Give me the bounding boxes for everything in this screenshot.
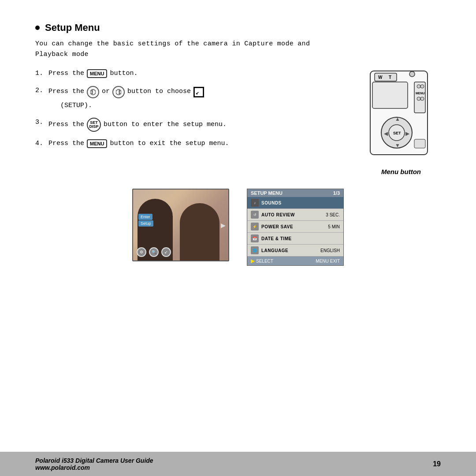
exit-label: EXIT: [330, 259, 340, 264]
power-save-label: POWER SAVE: [261, 224, 325, 229]
page: Setup Menu You can change the basic sett…: [0, 0, 476, 476]
step-3-pre: Press the: [48, 120, 84, 130]
menu-footer: ▶ SELECT MENU EXIT: [247, 257, 343, 265]
step-3: 3. Press the SETDISP button to enter the…: [35, 118, 353, 132]
step-3-num: 3.: [35, 118, 48, 128]
auto-review-label: AUTO REVIEW: [261, 212, 323, 217]
section-title: Setup Menu: [35, 22, 441, 33]
menu-button-label: Menu button: [381, 168, 421, 175]
svg-point-0: [90, 89, 96, 95]
footer-title-line1: Polaroid i533 Digital Camera User Guide: [35, 457, 153, 464]
step-2-pre: Press the: [48, 87, 84, 97]
nav-left-button: [87, 86, 99, 98]
camera-illustration: W T MENU SET ▲: [366, 64, 436, 166]
svg-point-23: [409, 71, 415, 77]
footer-select: ▶ SELECT: [251, 258, 273, 264]
svg-text:W: W: [378, 75, 383, 80]
step-2: 2. Press the or button to choose: [35, 86, 353, 111]
step-4-post: button to exit the setup menu.: [110, 139, 229, 149]
screen-overlay: Enter Setup ⚙ 🔍 ↙ ▶: [133, 190, 228, 260]
step-1-num: 1.: [35, 69, 48, 79]
svg-text:↙: ↙: [196, 89, 199, 96]
menu-page: 1/3: [333, 190, 340, 196]
enter-label: Enter: [138, 214, 152, 220]
footer-page-number: 19: [433, 460, 441, 468]
screen-icon-setup: ↙: [161, 247, 171, 257]
step-1-pre: Press the: [48, 69, 84, 79]
screen-icon-search: 🔍: [149, 247, 159, 257]
step-4-content: Press the MENU button to exit the setup …: [48, 139, 229, 149]
exit-menu-label: MENU: [316, 259, 328, 264]
svg-text:MENU: MENU: [416, 92, 425, 95]
instructions: 1. Press the MENU button. 2. Press the o…: [35, 69, 353, 175]
camera-diagram: W T MENU SET ▲: [361, 64, 441, 175]
menu-row-auto-review: ↺ AUTO REVIEW 3 SEC.: [247, 209, 343, 221]
step-2-content: Press the or button to choose: [48, 86, 252, 111]
menu-row-language: 🌐 LANGUAGE ENGLISH: [247, 245, 343, 257]
screen-arrow-right-icon: ▶: [221, 222, 226, 229]
step-2-num: 2.: [35, 86, 48, 96]
svg-point-10: [417, 85, 420, 88]
svg-text:T: T: [389, 75, 391, 80]
setup-menu-screen: SETUP MENU 1/3 ♪ SOUNDS ↺ AUTO REVIEW 3 …: [247, 189, 344, 266]
main-content: 1. Press the MENU button. 2. Press the o…: [35, 69, 441, 175]
step-3-post: button to enter the setup menu.: [104, 120, 227, 130]
page-footer: Polaroid i533 Digital Camera User Guide …: [0, 452, 476, 476]
menu-button-icon-2: MENU: [87, 139, 107, 148]
intro-text: You can change the basic settings of the…: [35, 39, 441, 60]
intro-line2: Playback mode: [35, 51, 89, 58]
menu-button-icon: MENU: [87, 69, 107, 78]
select-label: SELECT: [256, 259, 273, 264]
select-arrow-icon: ▶: [251, 258, 255, 264]
power-save-value: 5 MIN: [328, 224, 340, 229]
step-2-or: or: [102, 87, 110, 97]
power-save-icon: ⚡: [251, 223, 259, 231]
step-4-pre: Press the: [48, 139, 84, 149]
date-time-icon: 📅: [251, 234, 259, 242]
svg-rect-22: [372, 82, 408, 108]
language-label: LANGUAGE: [261, 248, 318, 253]
step-1-post: button.: [110, 69, 138, 79]
screen-icon-gear: ⚙: [137, 247, 146, 257]
menu-row-date-time: 📅 DATE & TIME: [247, 233, 343, 245]
intro-line1: You can change the basic settings of the…: [35, 40, 310, 48]
step-4: 4. Press the MENU button to exit the set…: [35, 139, 353, 149]
section-title-text: Setup Menu: [45, 22, 100, 33]
language-value: ENGLISH: [320, 248, 340, 253]
svg-point-13: [420, 97, 424, 100]
svg-point-1: [116, 89, 121, 95]
menu-title: SETUP MENU: [251, 190, 283, 196]
step-2-post: (SETUP).: [48, 101, 252, 111]
svg-text:▼: ▼: [395, 142, 400, 149]
menu-header: SETUP MENU 1/3: [247, 189, 343, 197]
svg-text:▲: ▲: [395, 116, 400, 122]
auto-review-value: 3 SEC.: [326, 212, 340, 217]
menu-row-sounds: ♪ SOUNDS: [247, 197, 343, 209]
sounds-icon: ♪: [251, 199, 259, 207]
language-icon: 🌐: [251, 246, 259, 254]
menu-row-power-save: ⚡ POWER SAVE 5 MIN: [247, 221, 343, 233]
bullet-icon: [35, 26, 40, 30]
nav-right-button: [112, 86, 125, 98]
step-1: 1. Press the MENU button.: [35, 69, 353, 79]
date-time-label: DATE & TIME: [261, 236, 337, 241]
footer-branding: Polaroid i533 Digital Camera User Guide …: [35, 457, 153, 471]
screenshots-row: Enter Setup ⚙ 🔍 ↙ ▶ SETUP MENU 1/3 ♪ SOU…: [35, 189, 441, 266]
step-1-content: Press the MENU button.: [48, 69, 138, 79]
auto-review-icon: ↺: [251, 211, 259, 219]
step-3-content: Press the SETDISP button to enter the se…: [48, 118, 227, 132]
screen-bottom-icons: ⚙ 🔍 ↙: [137, 247, 171, 257]
svg-point-11: [420, 85, 424, 88]
camera-viewfinder: Enter Setup ⚙ 🔍 ↙ ▶: [132, 189, 229, 261]
step-4-num: 4.: [35, 139, 48, 149]
svg-rect-21: [414, 139, 425, 148]
sounds-label: SOUNDS: [261, 201, 337, 205]
footer-exit: MENU EXIT: [316, 258, 340, 264]
setup-label: Setup: [138, 220, 153, 227]
setup-choose-icon: ↙: [193, 87, 204, 97]
footer-title-line2: www.polaroid.com: [35, 464, 153, 471]
svg-text:▶: ▶: [405, 130, 410, 137]
svg-point-12: [417, 97, 420, 100]
svg-text:◀: ◀: [384, 130, 388, 137]
svg-text:SET: SET: [393, 131, 401, 135]
